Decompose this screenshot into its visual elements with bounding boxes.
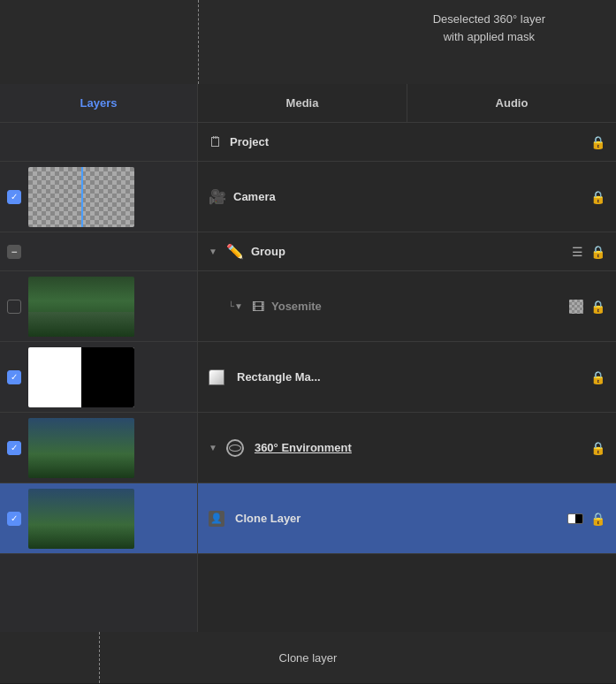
top-annotation-text: Deselected 360° layer with applied mask [433, 11, 545, 84]
layer-thumbnail [28, 167, 134, 227]
right-panel: Media Audio 🗒 Project 🔒 🎥 Camera [198, 84, 616, 632]
left-panel: Layers [0, 84, 198, 632]
lock-icon: 🔒 [590, 300, 605, 314]
group-icon: ✏️ [226, 243, 244, 260]
list-item[interactable] [0, 342, 197, 413]
mask-badge [567, 513, 583, 524]
thumb-line [81, 167, 83, 227]
rect-mask-icon [209, 369, 224, 385]
list-item[interactable] [0, 413, 197, 483]
list-item[interactable]: └▼ 🎞 Yosemite 🔒 [198, 271, 616, 342]
item-name: Rectangle Ma... [237, 370, 583, 384]
layer-checkbox[interactable] [7, 245, 21, 259]
layer-rows [0, 123, 197, 632]
item-name: 360° Environment [255, 441, 583, 454]
lock-icon: 🔒 [590, 512, 605, 526]
list-item[interactable] [0, 162, 197, 232]
layers-title: Layers [80, 96, 118, 110]
layer-checkbox[interactable] [7, 512, 21, 526]
bottom-annotation-text: Clone layer [279, 651, 338, 665]
camera-icon: 🎥 [209, 188, 226, 205]
film-icon: 🎞 [252, 300, 264, 314]
layer-checkbox[interactable] [7, 441, 21, 455]
annotation-line [198, 0, 199, 84]
list-item[interactable]: Rectangle Ma... 🔒 [198, 342, 616, 413]
lock-icon: 🔒 [590, 135, 605, 149]
lock-icon: 🔒 [590, 190, 605, 204]
layers-header: Layers [0, 84, 197, 123]
item-name: Group [251, 245, 561, 258]
item-name: Clone Layer [235, 512, 557, 525]
layer-thumbnail [28, 347, 134, 407]
list-item[interactable]: ▼ ✏️ Group ☰ 🔒 [198, 232, 616, 271]
right-rows: 🗒 Project 🔒 🎥 Camera 🔒 ▼ ✏️ Group ☰ 🔒 [198, 123, 616, 632]
top-annotation-area: Deselected 360° layer with applied mask [0, 0, 616, 84]
list-item[interactable] [0, 123, 197, 162]
item-name: Project [230, 135, 583, 148]
tab-audio[interactable]: Audio [407, 84, 616, 122]
collapse-triangle[interactable]: ▼ [209, 247, 217, 256]
clone-icon-wrap: 👤 [209, 511, 224, 527]
tab-media[interactable]: Media [198, 84, 407, 122]
lock-icon: 🔒 [590, 370, 605, 384]
layer-checkbox[interactable] [7, 300, 21, 314]
layer-thumbnail [28, 489, 134, 549]
layer-checkbox[interactable] [7, 190, 21, 204]
lock-icon: 🔒 [590, 441, 605, 455]
right-header: Media Audio [198, 84, 616, 123]
collapse-triangle[interactable]: ▼ [209, 443, 217, 452]
bottom-annotation-line [99, 632, 100, 683]
bottom-annotation-area: Clone layer [0, 632, 616, 683]
checker-badge [569, 300, 583, 314]
indent-connector-icon: └▼ [228, 301, 243, 311]
list-item[interactable]: ▼ 360° Environment 🔒 [198, 413, 616, 483]
group-layers-icon: ☰ [572, 245, 583, 259]
clone-person-icon: 👤 [209, 511, 224, 527]
list-item[interactable] [0, 232, 197, 271]
layer-thumbnail [28, 418, 134, 478]
list-item[interactable] [0, 271, 197, 342]
item-name: Camera [233, 190, 583, 203]
list-item[interactable] [0, 483, 197, 554]
project-icon: 🗒 [209, 134, 223, 150]
env-icon [226, 439, 244, 457]
layer-checkbox[interactable] [7, 370, 21, 384]
list-item[interactable]: 👤 Clone Layer 🔒 [198, 483, 616, 554]
item-name: Yosemite [271, 300, 559, 313]
list-item[interactable]: 🗒 Project 🔒 [198, 123, 616, 162]
list-item[interactable]: 🎥 Camera 🔒 [198, 162, 616, 232]
lock-icon: 🔒 [590, 245, 605, 259]
layer-thumbnail [28, 277, 134, 337]
main-panel: Layers [0, 84, 616, 632]
